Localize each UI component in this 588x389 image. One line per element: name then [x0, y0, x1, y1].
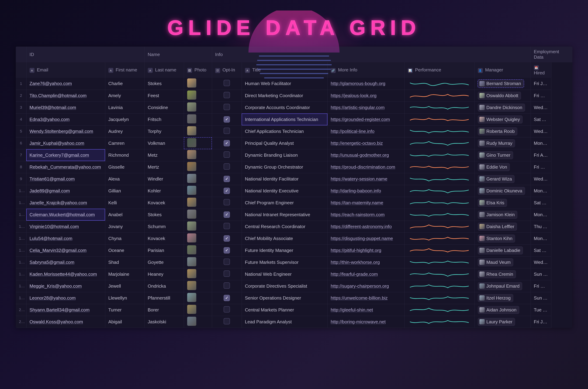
more-info-cell[interactable]: https://disgusting-puppet.name — [327, 232, 404, 244]
table-row[interactable]: 3Muriel39@hotmail.comLaviniaConsidineCor… — [16, 101, 572, 113]
hired-cell[interactable]: Sat May 20 2023 — [531, 197, 551, 209]
manager-cell[interactable]: Elsa Kris — [475, 197, 531, 209]
last-name-cell[interactable]: Kovacek — [144, 232, 184, 244]
first-name-cell[interactable]: Llewellyn — [105, 292, 144, 304]
email-cell[interactable]: Celia_Marvin32@gmail.com — [26, 244, 105, 256]
title-cell[interactable]: Lead Paradigm Analyst — [242, 316, 327, 328]
first-name-cell[interactable]: Jewell — [105, 280, 144, 292]
more-info-cell[interactable]: http://sugary-chairperson.org — [327, 280, 404, 292]
column-group[interactable]: Name — [144, 47, 212, 62]
more-info-cell[interactable]: http://fearful-grade.com — [327, 268, 404, 280]
last-name-cell[interactable]: Feest — [144, 90, 184, 101]
photo-cell[interactable] — [184, 244, 212, 256]
photo-cell[interactable] — [184, 268, 212, 280]
opt-in-cell[interactable] — [212, 244, 242, 256]
opt-in-cell[interactable] — [212, 197, 242, 209]
checkbox-icon[interactable] — [224, 188, 230, 194]
hired-cell[interactable]: Wed Aug 16 2023 — [531, 173, 551, 185]
email-cell[interactable]: Tristian61@gmail.com — [26, 173, 105, 185]
hired-cell[interactable]: Thu Aug 03 2023 — [531, 221, 551, 232]
performance-cell[interactable] — [404, 232, 475, 244]
more-info-cell[interactable]: http://glamorous-bough.org — [327, 78, 404, 90]
performance-cell[interactable] — [404, 125, 475, 137]
first-name-cell[interactable]: Charlie — [105, 78, 144, 90]
performance-cell[interactable] — [404, 256, 475, 268]
checkbox-icon[interactable] — [224, 211, 230, 218]
checkbox-icon[interactable] — [224, 116, 230, 123]
opt-in-cell[interactable] — [212, 137, 242, 149]
performance-cell[interactable] — [404, 137, 475, 149]
last-name-cell[interactable]: Fritsch — [144, 113, 184, 125]
manager-chip[interactable]: Danielle Labadie — [478, 247, 523, 254]
checkbox-icon[interactable] — [224, 270, 230, 277]
last-name-cell[interactable]: Pfannerstill — [144, 292, 184, 304]
email-cell[interactable]: Oswald.Koss@yahoo.com — [26, 316, 105, 328]
title-cell[interactable]: Corporate Accounts Coordinator — [242, 101, 327, 113]
first-name-cell[interactable]: Turner — [105, 304, 144, 316]
hired-cell[interactable]: Fri Mar 24 2023 — [531, 280, 551, 292]
manager-cell[interactable]: Aidan Johnson — [475, 304, 531, 316]
column-header[interactable]: AEmail — [26, 62, 105, 78]
photo-cell[interactable] — [184, 78, 212, 90]
manager-cell[interactable]: Stanton Kihn — [475, 232, 531, 244]
manager-chip[interactable]: Gerard Wiza — [478, 175, 515, 183]
photo-cell[interactable] — [184, 316, 212, 328]
hired-cell[interactable]: Wed Apr 05 2023 — [531, 101, 551, 113]
manager-cell[interactable]: Itzel Herzog — [475, 292, 531, 304]
last-name-cell[interactable]: Ondricka — [144, 280, 184, 292]
title-cell[interactable]: National Identity Facilitator — [242, 173, 327, 185]
manager-cell[interactable]: Gino Turner — [475, 149, 531, 161]
last-name-cell[interactable]: Windler — [144, 173, 184, 185]
last-name-cell[interactable]: Stokes — [144, 78, 184, 90]
last-name-cell[interactable]: Heaney — [144, 268, 184, 280]
last-name-cell[interactable]: Goyette — [144, 256, 184, 268]
opt-in-cell[interactable] — [212, 125, 242, 137]
hired-cell[interactable]: Sat Jul 29 2023 — [531, 244, 551, 256]
hired-cell[interactable]: Sat Apr 15 2023 — [531, 113, 551, 125]
hired-cell[interactable]: Fri Apr 21 2023 — [531, 149, 551, 161]
table-row[interactable]: 1Zane76@yahoo.comCharlieStokesHuman Web … — [16, 78, 572, 90]
title-cell[interactable]: Principal Quality Analyst — [242, 137, 327, 149]
manager-cell[interactable]: Oswaldo Abbott — [475, 90, 531, 101]
checkbox-icon[interactable] — [224, 163, 230, 170]
email-cell[interactable]: Leonor28@yahoo.com — [26, 292, 105, 304]
performance-cell[interactable] — [404, 78, 475, 90]
opt-in-cell[interactable] — [212, 304, 242, 316]
checkbox-icon[interactable] — [224, 80, 230, 86]
last-name-cell[interactable]: Considine — [144, 101, 184, 113]
checkbox-icon[interactable] — [224, 92, 230, 98]
first-name-cell[interactable]: Jovany — [105, 221, 144, 232]
manager-cell[interactable]: Laury Parker — [475, 316, 531, 328]
title-cell[interactable]: Direct Marketing Coordinator — [242, 90, 327, 101]
checkbox-icon[interactable] — [224, 247, 230, 254]
opt-in-cell[interactable] — [212, 256, 242, 268]
manager-cell[interactable]: Dandre Dickinson — [475, 101, 531, 113]
hired-cell[interactable]: Tue Jan 17 2023 — [531, 304, 551, 316]
column-header[interactable]: 📅Hired — [531, 62, 551, 78]
photo-cell[interactable] — [184, 101, 212, 113]
column-group[interactable]: Info — [212, 47, 531, 62]
table-row[interactable]: 4Edna3@yahoo.comJacquelynFritschInternat… — [16, 113, 572, 125]
opt-in-cell[interactable] — [212, 113, 242, 125]
title-cell[interactable]: National Identity Executive — [242, 185, 327, 197]
last-name-cell[interactable]: Borer — [144, 304, 184, 316]
manager-chip[interactable]: Elsa Kris — [478, 199, 507, 207]
title-cell[interactable]: Chief Applications Technician — [242, 125, 327, 137]
checkbox-icon[interactable] — [224, 140, 230, 146]
more-info-cell[interactable]: https://artistic-singular.com — [327, 101, 404, 113]
title-cell[interactable]: Dynamic Group Orchestrator — [242, 161, 327, 173]
manager-chip[interactable]: Dominic Okuneva — [478, 187, 525, 195]
more-info-cell[interactable]: http://thin-workhorse.org — [327, 256, 404, 268]
manager-chip[interactable]: Itzel Herzog — [478, 294, 513, 302]
manager-chip[interactable]: Rhea Cremin — [478, 270, 516, 278]
manager-chip[interactable]: Eddie Von — [478, 163, 510, 171]
email-cell[interactable]: Muriel39@hotmail.com — [26, 101, 105, 113]
performance-cell[interactable] — [404, 161, 475, 173]
table-row[interactable]: 18Meggie_Kris@yahoo.comJewellOndrickaCor… — [16, 280, 572, 292]
table-row[interactable]: 15Celia_Marvin32@gmail.comOceaneParisian… — [16, 244, 572, 256]
last-name-cell[interactable]: Kohler — [144, 185, 184, 197]
more-info-cell[interactable]: https://grounded-register.com — [327, 113, 404, 125]
title-cell[interactable]: Senior Operations Designer — [242, 292, 327, 304]
table-row[interactable]: 10Jade89@gmail.comGillianKohlerNational … — [16, 185, 572, 197]
photo-cell[interactable] — [184, 197, 212, 209]
